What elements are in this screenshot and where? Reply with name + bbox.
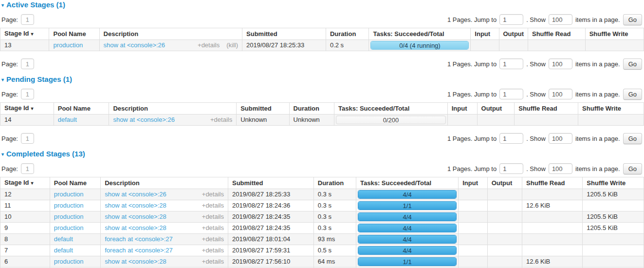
pending-stages-bottom-go-button[interactable]: Go bbox=[623, 133, 642, 144]
column-header-pool-name[interactable]: Pool Name bbox=[50, 177, 100, 189]
column-header-submitted[interactable]: Submitted bbox=[237, 103, 289, 115]
column-header-shuffle-read[interactable]: Shuffle Read bbox=[528, 28, 585, 40]
details-link[interactable]: +details bbox=[202, 213, 224, 221]
description-link[interactable]: foreach at <console>:27 bbox=[105, 247, 173, 254]
completed-stages-top-go-button[interactable]: Go bbox=[623, 163, 642, 174]
column-header-input[interactable]: Input bbox=[471, 28, 499, 40]
completed-stages-section-header[interactable]: ▾Completed Stages (13) bbox=[1, 150, 644, 158]
description-link[interactable]: show at <console>:26 bbox=[113, 116, 174, 124]
column-header-output[interactable]: Output bbox=[487, 177, 522, 189]
description-link[interactable]: show at <console>:28 bbox=[105, 202, 166, 210]
column-header-tasks-succeeded-total[interactable]: Tasks: Succeeded/Total bbox=[356, 177, 459, 189]
pending-stages-section-header[interactable]: ▾Pending Stages (1) bbox=[1, 76, 644, 83]
details-link[interactable]: +details bbox=[202, 247, 224, 254]
active-stages-bottom-show-count-input[interactable] bbox=[549, 58, 572, 69]
column-header-pool-name[interactable]: Pool Name bbox=[49, 28, 99, 40]
pending-stages-bottom-page-input[interactable] bbox=[21, 133, 34, 144]
pending-stages-top-go-button[interactable]: Go bbox=[623, 89, 642, 100]
column-header-input[interactable]: Input bbox=[459, 177, 487, 189]
table-row: 11productionshow at <console>:28+details… bbox=[0, 200, 644, 211]
column-header-shuffle-write[interactable]: Shuffle Write bbox=[583, 177, 644, 189]
active-stages-top-jump-to-input[interactable] bbox=[499, 14, 523, 25]
completed-stages-top-show-count-input[interactable] bbox=[549, 163, 572, 174]
active-stages-bottom-page-input[interactable] bbox=[21, 58, 34, 69]
column-header-output[interactable]: Output bbox=[499, 28, 528, 40]
description-extra-links: +details bbox=[202, 235, 224, 243]
output-cell bbox=[487, 245, 522, 256]
column-header-submitted[interactable]: Submitted bbox=[242, 28, 326, 40]
details-link[interactable]: +details bbox=[202, 191, 224, 198]
tasks-cell: 4/4 bbox=[356, 234, 459, 245]
column-header-duration[interactable]: Duration bbox=[289, 103, 334, 115]
active-stages-bottom-page-row: Page:1 Pages. Jump to. Showitems in a pa… bbox=[1, 57, 642, 70]
column-header-label: Submitted bbox=[240, 105, 272, 112]
pool-name-link[interactable]: production bbox=[53, 41, 83, 49]
pool-name-link[interactable]: production bbox=[54, 191, 84, 198]
column-header-output[interactable]: Output bbox=[477, 103, 515, 115]
pool-name-cell: production bbox=[50, 189, 100, 200]
shuffle-read-cell bbox=[528, 40, 585, 51]
table-row: 10productionshow at <console>:28+details… bbox=[0, 211, 644, 223]
column-header-description[interactable]: Description bbox=[101, 177, 228, 189]
column-header-shuffle-write[interactable]: Shuffle Write bbox=[585, 28, 644, 40]
description-link[interactable]: foreach at <console>:27 bbox=[105, 235, 173, 243]
pool-name-link[interactable]: production bbox=[54, 224, 84, 231]
description-link[interactable]: show at <console>:28 bbox=[105, 213, 166, 221]
pending-stages-top-jump-to-input[interactable] bbox=[499, 89, 523, 99]
pool-name-link[interactable]: production bbox=[54, 258, 84, 265]
details-link[interactable]: +details bbox=[210, 116, 232, 124]
stage-id-cell: 13 bbox=[0, 40, 49, 51]
details-link[interactable]: +details bbox=[202, 258, 224, 266]
column-header-duration[interactable]: Duration bbox=[326, 28, 369, 40]
active-stages-section-header[interactable]: ▾Active Stages (1) bbox=[1, 1, 644, 9]
output-cell bbox=[499, 40, 528, 51]
column-header-shuffle-write[interactable]: Shuffle Write bbox=[578, 103, 644, 115]
duration-cell: 0.3 s bbox=[313, 223, 356, 234]
details-link[interactable]: +details bbox=[202, 235, 224, 243]
pending-stages-bottom-jump-to-input[interactable] bbox=[499, 133, 523, 144]
active-stages-top-page-input[interactable] bbox=[21, 14, 34, 25]
pending-stages-top-show-count-input[interactable] bbox=[549, 89, 572, 99]
column-header-description[interactable]: Description bbox=[99, 28, 242, 40]
column-header-shuffle-read[interactable]: Shuffle Read bbox=[522, 177, 583, 189]
column-header-tasks-succeeded-total[interactable]: Tasks: Succeeded/Total bbox=[369, 28, 471, 40]
pending-stages-bottom-show-count-input[interactable] bbox=[549, 133, 572, 144]
column-header-input[interactable]: Input bbox=[447, 103, 477, 115]
active-stages-bottom-go-button[interactable]: Go bbox=[623, 58, 642, 70]
completed-stages-top-page-input[interactable] bbox=[21, 163, 34, 174]
pool-name-link[interactable]: default bbox=[54, 247, 73, 254]
details-link[interactable]: +details bbox=[198, 41, 220, 49]
column-header-stage-id[interactable]: Stage Id▾ bbox=[0, 28, 49, 40]
active-stages-top-show-count-input[interactable] bbox=[549, 14, 572, 25]
details-link[interactable]: +details bbox=[202, 202, 224, 210]
description-link[interactable]: show at <console>:28 bbox=[105, 258, 166, 266]
column-header-duration[interactable]: Duration bbox=[313, 177, 356, 189]
section-completed-stages: ▾Completed Stages (13)Page:1 Pages. Jump… bbox=[0, 150, 644, 268]
description-link[interactable]: show at <console>:26 bbox=[105, 191, 166, 198]
stage-id-cell: 9 bbox=[0, 223, 50, 234]
tasks-progress-label: 4/4 bbox=[358, 235, 456, 243]
pool-name-link[interactable]: production bbox=[54, 202, 84, 209]
active-stages-top-go-button[interactable]: Go bbox=[623, 14, 642, 25]
column-header-description[interactable]: Description bbox=[109, 103, 237, 115]
pool-name-link[interactable]: default bbox=[54, 235, 73, 243]
column-header-pool-name[interactable]: Pool Name bbox=[54, 103, 109, 115]
details-link[interactable]: +details bbox=[202, 224, 224, 232]
description-link[interactable]: show at <console>:26 bbox=[104, 41, 165, 49]
kill-link[interactable]: (kill) bbox=[226, 41, 238, 49]
column-header-submitted[interactable]: Submitted bbox=[228, 177, 313, 189]
pool-name-link[interactable]: production bbox=[54, 213, 84, 220]
show-text: . Show bbox=[526, 16, 546, 23]
column-header-stage-id[interactable]: Stage Id▾ bbox=[0, 103, 54, 115]
duration-cell: 64 ms bbox=[313, 256, 356, 268]
tasks-progress-bar: 0/4 (4 running) bbox=[370, 41, 469, 50]
pending-stages-top-page-input[interactable] bbox=[21, 89, 34, 99]
completed-stages-top-jump-to-input[interactable] bbox=[499, 163, 523, 174]
duration-cell: 0.2 s bbox=[326, 40, 369, 51]
description-link[interactable]: show at <console>:28 bbox=[105, 224, 166, 232]
active-stages-bottom-jump-to-input[interactable] bbox=[499, 58, 523, 69]
column-header-stage-id[interactable]: Stage Id▾ bbox=[0, 177, 50, 189]
column-header-shuffle-read[interactable]: Shuffle Read bbox=[515, 103, 578, 115]
column-header-tasks-succeeded-total[interactable]: Tasks: Succeeded/Total bbox=[334, 103, 448, 115]
pool-name-link[interactable]: default bbox=[58, 116, 77, 123]
